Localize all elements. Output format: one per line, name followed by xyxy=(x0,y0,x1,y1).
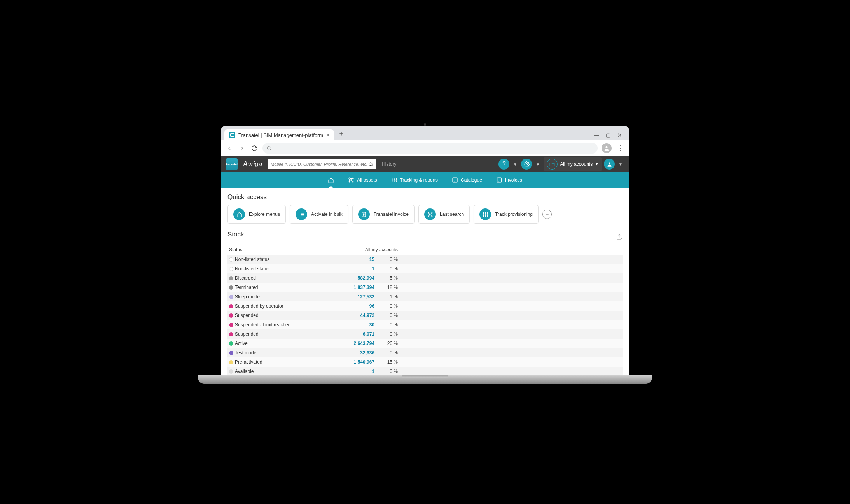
qa-track-provisioning[interactable]: Track provisioning xyxy=(474,205,539,224)
settings-chevron-icon[interactable]: ▼ xyxy=(534,162,541,166)
close-window-icon[interactable]: ✕ xyxy=(617,132,622,138)
network-icon xyxy=(424,208,436,220)
nav-label: Tracking & reports xyxy=(400,177,438,183)
status-dot-icon xyxy=(229,267,233,271)
svg-point-3 xyxy=(526,163,527,165)
list-icon xyxy=(296,208,307,220)
status-cell: Suspended - Limit reached xyxy=(229,322,346,327)
assets-icon xyxy=(348,177,354,183)
tab-title: Transatel | SIM Management-platform xyxy=(238,132,323,138)
address-bar[interactable] xyxy=(262,143,598,154)
table-row[interactable]: Non-listed status10 % xyxy=(227,264,623,273)
status-dot-icon xyxy=(229,323,233,327)
status-cell: Suspended xyxy=(229,331,346,337)
close-tab-icon[interactable]: × xyxy=(326,132,329,138)
new-tab-button[interactable]: ＋ xyxy=(334,126,349,140)
table-row[interactable]: Active2,643,79426 % xyxy=(227,339,623,348)
table-row[interactable]: Sleep mode127,5321 % xyxy=(227,292,623,301)
back-button[interactable] xyxy=(225,144,234,152)
invoice-icon xyxy=(496,177,502,183)
home-icon xyxy=(328,177,334,183)
status-dot-icon xyxy=(229,285,233,290)
help-chevron-icon[interactable]: ▼ xyxy=(512,162,519,166)
maximize-icon[interactable]: ▢ xyxy=(606,132,610,138)
browser-profile-avatar[interactable] xyxy=(602,143,612,153)
app-header: transatel Auriga History ? ▼ ▼ xyxy=(221,156,629,172)
nav-invoices[interactable]: Invoices xyxy=(495,172,524,188)
value-cell: 1 xyxy=(346,266,377,271)
table-row[interactable]: Suspended44,9720 % xyxy=(227,311,623,320)
accounts-dropdown[interactable]: All my accounts ▼ xyxy=(544,157,602,171)
percent-cell: 0 % xyxy=(377,303,400,309)
qa-last-search[interactable]: Last search xyxy=(418,205,470,224)
status-label: Suspended xyxy=(235,331,259,337)
app-name: Auriga xyxy=(243,160,262,168)
nav-home[interactable] xyxy=(326,172,336,188)
qa-activate-bulk[interactable]: Activate in bulk xyxy=(290,205,348,224)
status-label: Test mode xyxy=(235,350,256,355)
table-row[interactable]: Terminated1,837,39418 % xyxy=(227,283,623,292)
percent-cell: 0 % xyxy=(377,350,400,355)
qa-label: Track provisioning xyxy=(495,212,533,217)
status-label: Suspended by operator xyxy=(235,303,283,309)
status-dot-icon xyxy=(229,276,233,280)
qa-label: Activate in bulk xyxy=(311,212,343,217)
value-cell: 32,636 xyxy=(346,350,377,355)
value-cell: 582,994 xyxy=(346,275,377,281)
search-icon[interactable] xyxy=(368,162,373,167)
table-row[interactable]: Non-listed status150 % xyxy=(227,255,623,264)
settings-button[interactable] xyxy=(521,159,532,170)
svg-point-23 xyxy=(487,214,488,215)
header-right: ? ▼ ▼ All my accounts ▼ ▼ xyxy=(498,157,624,171)
reload-button[interactable] xyxy=(250,144,259,152)
table-row[interactable]: Suspended6,0710 % xyxy=(227,329,623,339)
minimize-icon[interactable]: — xyxy=(594,132,599,138)
table-row[interactable]: Available10 % xyxy=(227,367,623,375)
nav-label: Catalogue xyxy=(461,177,482,183)
qa-transatel-invoice[interactable]: Transatel invoice xyxy=(352,205,415,224)
svg-point-6 xyxy=(352,178,353,179)
status-dot-icon xyxy=(229,341,233,346)
window-controls: — ▢ ✕ xyxy=(594,132,626,140)
status-label: Non-listed status xyxy=(235,266,269,271)
history-link[interactable]: History xyxy=(382,161,396,167)
table-row[interactable]: Pre-activated1,540,96715 % xyxy=(227,357,623,367)
sliders-icon xyxy=(391,177,397,183)
percent-cell: 5 % xyxy=(377,275,400,281)
status-cell: Non-listed status xyxy=(229,257,346,262)
table-row[interactable]: Suspended - Limit reached300 % xyxy=(227,320,623,329)
table-row[interactable]: Discarded582,9945 % xyxy=(227,273,623,283)
nav-all-assets[interactable]: All assets xyxy=(346,172,378,188)
status-dot-icon xyxy=(229,304,233,308)
value-cell: 30 xyxy=(346,322,377,327)
nav-tracking-reports[interactable]: Tracking & reports xyxy=(390,172,440,188)
svg-point-22 xyxy=(485,214,486,214)
qa-label: Transatel invoice xyxy=(374,212,409,217)
svg-point-17 xyxy=(428,212,429,213)
table-row[interactable]: Suspended by operator960 % xyxy=(227,301,623,311)
export-icon[interactable] xyxy=(616,233,623,240)
status-label: Active xyxy=(235,341,248,346)
user-chevron-icon[interactable]: ▼ xyxy=(617,162,624,166)
accounts-label: All my accounts xyxy=(560,161,593,167)
browser-menu-icon[interactable]: ⋮ xyxy=(616,144,625,152)
search-input[interactable] xyxy=(271,162,368,166)
table-row[interactable]: Test mode32,6360 % xyxy=(227,348,623,357)
screen: Transatel | SIM Management-platform × ＋ … xyxy=(221,126,629,375)
value-cell: 1,540,967 xyxy=(346,359,377,365)
browser-tab[interactable]: Transatel | SIM Management-platform × xyxy=(224,130,334,140)
qa-explore-menus[interactable]: Explore menus xyxy=(227,205,286,224)
percent-cell: 0 % xyxy=(377,313,400,318)
svg-point-8 xyxy=(352,181,353,182)
help-button[interactable]: ? xyxy=(498,159,509,170)
value-cell: 6,071 xyxy=(346,331,377,337)
global-search[interactable] xyxy=(268,159,376,169)
value-cell: 44,972 xyxy=(346,313,377,318)
nav-catalogue[interactable]: Catalogue xyxy=(450,172,484,188)
forward-button[interactable] xyxy=(238,144,246,152)
svg-point-21 xyxy=(483,214,484,215)
user-avatar-button[interactable] xyxy=(604,159,615,170)
percent-cell: 0 % xyxy=(377,369,400,374)
percent-cell: 18 % xyxy=(377,285,400,290)
add-quick-access-button[interactable]: ＋ xyxy=(542,210,552,219)
